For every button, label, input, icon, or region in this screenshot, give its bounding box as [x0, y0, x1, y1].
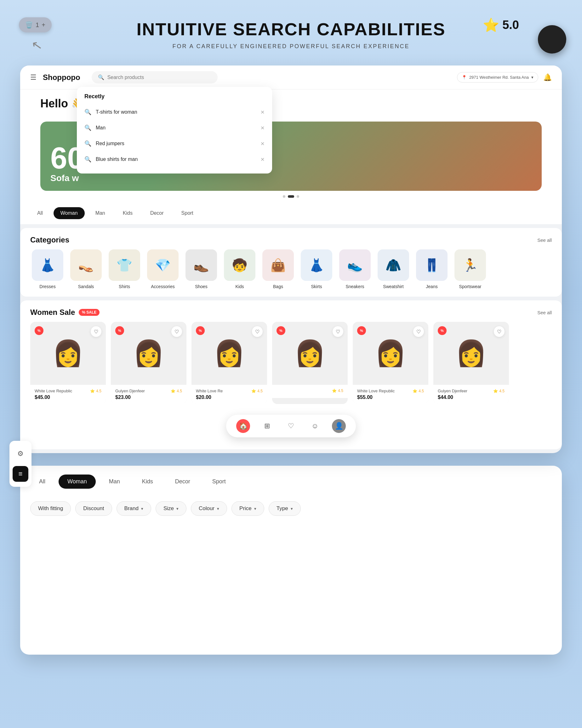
- filter-brand[interactable]: Brand ▾: [117, 501, 151, 516]
- panel-sliders-btn[interactable]: ⚙: [12, 446, 28, 462]
- search-item-close-1[interactable]: ✕: [260, 109, 264, 115]
- search-input[interactable]: [107, 75, 211, 80]
- second-tab-sport[interactable]: Sport: [203, 474, 235, 489]
- second-tab-all[interactable]: All: [30, 474, 54, 489]
- category-shoes[interactable]: 👞 Shoes: [184, 250, 219, 289]
- product-card-4[interactable]: 👩 % ♡ ⭐ 4.5: [272, 322, 348, 404]
- search-icon: 🔍: [98, 74, 104, 80]
- filter-size-label: Size: [163, 505, 174, 512]
- search-item-close-2[interactable]: ✕: [260, 125, 264, 131]
- category-bags[interactable]: 👜 Bags: [261, 250, 296, 289]
- search-item-close-4[interactable]: ✕: [260, 156, 264, 162]
- category-skirts[interactable]: 👗 Skirts: [299, 250, 334, 289]
- location-icon: 📍: [462, 75, 467, 80]
- categories-see-all[interactable]: See all: [537, 237, 552, 243]
- search-bar[interactable]: 🔍: [92, 71, 218, 83]
- product-info-6: Gulyen Djenfeer ⭐ 4.5 $44.00: [433, 385, 509, 404]
- wishlist-btn-5[interactable]: ♡: [413, 326, 424, 337]
- category-sportswear[interactable]: 🏃 Sportswear: [453, 250, 487, 289]
- panel-active-btn[interactable]: ≡: [12, 466, 28, 482]
- product-card-3[interactable]: 👩 % ♡ White Love Re ⭐ 4.5 $20.00: [192, 322, 267, 404]
- tab-sport[interactable]: Sport: [175, 207, 200, 219]
- product-card-2[interactable]: 👩 % ♡ Gulyen Djenfeer ⭐ 4.5 $23.00: [111, 322, 186, 404]
- category-accessories[interactable]: 💎 Accessories: [146, 250, 180, 289]
- category-jeans[interactable]: 👖 Jeans: [414, 250, 449, 289]
- category-sweatshirt[interactable]: 🧥 Sweatshirt: [376, 250, 411, 289]
- product-card-5[interactable]: 👩 % ♡ White Love Republic ⭐ 4.5 $55.00: [353, 322, 428, 404]
- deco-plus: +: [42, 21, 45, 29]
- search-item-icon-3: 🔍: [84, 140, 91, 147]
- tab-man[interactable]: Man: [88, 207, 112, 219]
- tab-decor[interactable]: Decor: [143, 207, 171, 219]
- category-icon-bags: 👜: [262, 250, 294, 281]
- filter-tabs: All Woman Man Kids Decor Sport: [20, 202, 562, 224]
- filter-price[interactable]: Price ▾: [231, 501, 264, 516]
- filter-brand-label: Brand: [124, 505, 138, 512]
- category-icon-jeans: 👖: [416, 250, 448, 281]
- tab-woman[interactable]: Woman: [54, 207, 85, 219]
- second-tab-decor[interactable]: Decor: [166, 474, 199, 489]
- hamburger-icon[interactable]: ☰: [30, 73, 36, 82]
- location-pill[interactable]: 📍 2971 Westheimer Rd. Santa Ana ▾: [457, 72, 538, 82]
- products-scroll: 👩 % ♡ White Love Republic ⭐ 4.5 $45.00 👩…: [20, 322, 562, 404]
- filter-with-fitting[interactable]: With fitting: [30, 501, 71, 516]
- tab-all[interactable]: All: [30, 207, 50, 219]
- deco-pill: 🗑️ 1 +: [19, 17, 52, 32]
- logo[interactable]: Shoppopo: [43, 73, 80, 82]
- search-item-1[interactable]: 🔍 T-shirts for woman ✕: [77, 104, 272, 120]
- search-item-3[interactable]: 🔍 Red jumpers ✕: [77, 136, 272, 152]
- search-item-icon: 🔍: [84, 109, 91, 115]
- filter-colour-label: Colour: [199, 505, 214, 512]
- category-label-shirts: Shirts: [119, 284, 130, 289]
- category-sneakers[interactable]: 👟 Sneakers: [337, 250, 372, 289]
- tab-kids[interactable]: Kids: [116, 207, 140, 219]
- category-icon-sweatshirt: 🧥: [378, 250, 409, 281]
- product-price-6: $44.00: [438, 394, 505, 400]
- women-sale-see-all[interactable]: See all: [537, 310, 552, 315]
- wishlist-btn-6[interactable]: ♡: [494, 326, 505, 337]
- filter-discount[interactable]: Discount: [75, 501, 112, 516]
- category-shirts[interactable]: 👕 Shirts: [107, 250, 142, 289]
- search-item-4[interactable]: 🔍 Blue shirts for man ✕: [77, 152, 272, 167]
- second-tab-kids[interactable]: Kids: [133, 474, 162, 489]
- search-item-close-3[interactable]: ✕: [260, 141, 264, 147]
- nav-avatar-btn[interactable]: 👤: [332, 419, 346, 433]
- sale-badge-6: %: [438, 326, 447, 335]
- wishlist-btn-2[interactable]: ♡: [171, 326, 182, 337]
- nav-grid-btn[interactable]: ⊞: [260, 419, 274, 433]
- second-tab-woman[interactable]: Woman: [58, 474, 96, 489]
- search-item-text-2: Man: [96, 125, 256, 131]
- category-icon-shoes: 👞: [185, 250, 217, 281]
- category-sandals[interactable]: 👡 Sandals: [69, 250, 103, 289]
- category-icon-skirts: 👗: [301, 250, 332, 281]
- bell-icon[interactable]: 🔔: [543, 73, 552, 82]
- second-tab-man[interactable]: Man: [100, 474, 129, 489]
- product-card-6[interactable]: 👩 % ♡ Gulyen Djenfeer ⭐ 4.5 $44.00: [433, 322, 509, 404]
- category-kids[interactable]: 🧒 Kids: [222, 250, 257, 289]
- categories-section: Categories See all 👗 Dresses 👡 Sandals 👕…: [20, 228, 562, 296]
- nav-home-btn[interactable]: 🏠: [236, 419, 250, 433]
- product-brand-5: White Love Republic: [357, 389, 395, 393]
- deco-number: 1: [35, 21, 39, 29]
- sale-badge-1: %: [35, 326, 44, 335]
- product-rating-4: ⭐ 4.5: [332, 389, 343, 393]
- wishlist-btn-4[interactable]: ♡: [333, 326, 343, 337]
- women-sale-header: Women Sale % SALE See all: [20, 308, 562, 322]
- filter-type[interactable]: Type ▾: [269, 501, 301, 516]
- filter-price-label: Price: [239, 505, 252, 512]
- deco-icon: 🗑️: [25, 21, 33, 29]
- category-icon-shirts: 👕: [109, 250, 140, 281]
- wishlist-btn-1[interactable]: ♡: [91, 326, 101, 337]
- product-rating-3: ⭐ 4.5: [251, 389, 263, 393]
- nav-face-btn[interactable]: ☺: [308, 419, 322, 433]
- product-rating-2: ⭐ 4.5: [171, 389, 182, 393]
- category-label-dresses: Dresses: [40, 284, 55, 289]
- filter-discount-label: Discount: [83, 505, 104, 512]
- search-item-2[interactable]: 🔍 Man ✕: [77, 120, 272, 136]
- filter-colour[interactable]: Colour ▾: [191, 501, 227, 516]
- nav-heart-btn[interactable]: ♡: [284, 419, 298, 433]
- product-card-1[interactable]: 👩 % ♡ White Love Republic ⭐ 4.5 $45.00: [30, 322, 106, 404]
- filter-size[interactable]: Size ▾: [156, 501, 186, 516]
- wishlist-btn-3[interactable]: ♡: [252, 326, 263, 337]
- category-dresses[interactable]: 👗 Dresses: [30, 250, 65, 289]
